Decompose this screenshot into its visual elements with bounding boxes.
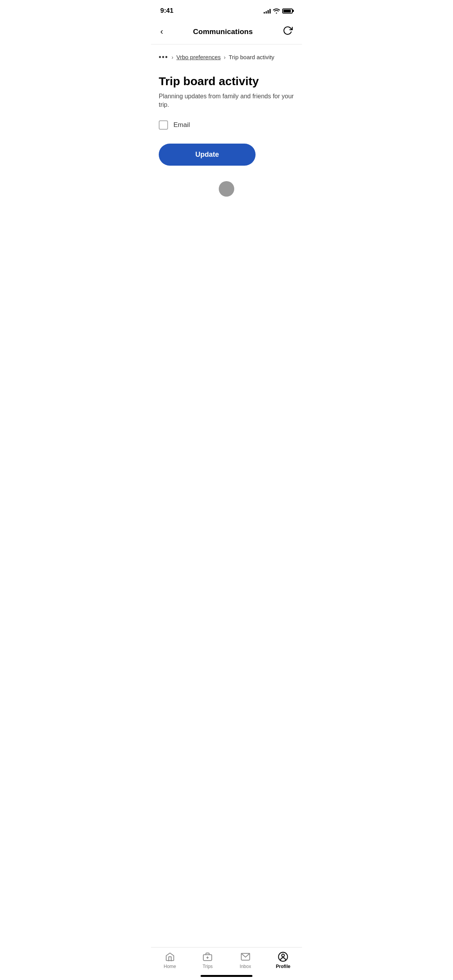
- breadcrumb-chevron-2: ›: [224, 54, 226, 60]
- status-icons: [264, 8, 293, 14]
- email-checkbox[interactable]: [159, 120, 168, 130]
- nav-bar: ‹ Communications: [151, 19, 302, 45]
- main-content: Trip board activity Planning updates fro…: [151, 65, 302, 220]
- back-button[interactable]: ‹: [159, 25, 165, 38]
- wifi-icon: [273, 8, 280, 14]
- email-checkbox-label: Email: [173, 121, 190, 129]
- page-subtitle: Planning updates from family and friends…: [159, 92, 294, 110]
- breadcrumb: ••• › Vrbo preferences › Trip board acti…: [151, 45, 302, 65]
- breadcrumb-vrbo-preferences[interactable]: Vrbo preferences: [177, 54, 221, 60]
- signal-icon: [264, 8, 271, 14]
- refresh-button[interactable]: [281, 24, 294, 39]
- status-time: 9:41: [160, 7, 173, 15]
- loading-indicator: [219, 181, 234, 197]
- breadcrumb-dots: •••: [159, 53, 168, 61]
- breadcrumb-current: Trip board activity: [229, 54, 275, 60]
- nav-title: Communications: [193, 27, 253, 36]
- breadcrumb-chevron-1: ›: [172, 54, 173, 60]
- email-checkbox-row: Email: [159, 120, 294, 130]
- page-title: Trip board activity: [159, 74, 294, 88]
- status-bar: 9:41: [151, 0, 302, 19]
- battery-icon: [282, 9, 293, 14]
- update-button[interactable]: Update: [159, 144, 256, 166]
